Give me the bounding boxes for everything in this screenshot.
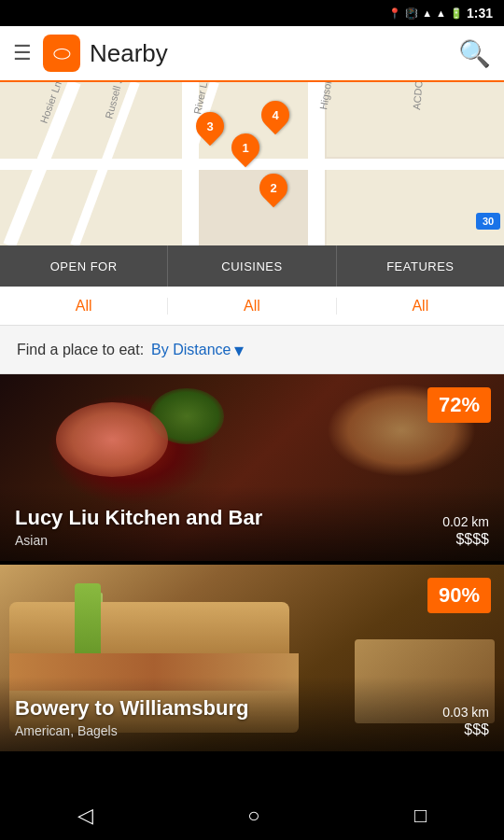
bread-top (9, 602, 289, 653)
match-score: 72% (427, 387, 491, 423)
restaurant-card[interactable]: 72% Lucy Liu Kitchen and Bar Asian 0.02 … (0, 374, 504, 561)
sort-bar: Find a place to eat: By Distance ▾ (0, 326, 504, 374)
restaurant-cuisine: Asian (15, 533, 262, 548)
food-item (56, 402, 168, 477)
restaurant-price: $$$ (442, 721, 489, 738)
location-icon: 📍 (388, 7, 401, 20)
filter-open-for-value[interactable]: All (0, 298, 168, 315)
filter-cuisines[interactable]: CUISINES (168, 245, 336, 287)
recents-button[interactable]: □ (414, 804, 427, 828)
filter-bar: OPEN FOR CUISINES FEATURES (0, 245, 504, 287)
sort-prefix: Find a place to eat: (17, 342, 144, 358)
top-nav: ☰ ⬭ Nearby 🔍 (0, 26, 504, 82)
signal-icon: ▲ (436, 7, 446, 19)
filter-values: All All All (0, 287, 504, 326)
card-info: Bowery to Williamsburg American, Bagels … (15, 696, 489, 738)
back-button[interactable]: ◁ (77, 804, 93, 828)
bottom-nav: ◁ ○ □ (0, 791, 504, 840)
map-area[interactable]: Hosier Ln Russell St River Ln Higson Ln … (0, 82, 504, 245)
sort-selector[interactable]: By Distance (151, 342, 231, 358)
status-time: 1:31 (467, 6, 493, 21)
card-info: Lucy Liu Kitchen and Bar Asian 0.02 km $… (15, 506, 489, 548)
wifi-icon: ▲ (422, 7, 432, 19)
vibrate-icon: 📳 (405, 7, 418, 20)
restaurant-price: $$$$ (442, 531, 489, 548)
search-button[interactable]: 🔍 (458, 38, 491, 69)
restaurant-distance: 0.03 km (442, 705, 489, 720)
restaurant-name: Bowery to Williamsburg (15, 696, 248, 721)
svg-rect-4 (327, 166, 504, 245)
card-text: Lucy Liu Kitchen and Bar Asian (15, 506, 262, 548)
sort-arrow-icon[interactable]: ▾ (234, 339, 244, 361)
card-text: Bowery to Williamsburg American, Bagels (15, 696, 248, 738)
filter-features-value[interactable]: All (337, 298, 504, 315)
menu-button[interactable]: ☰ (13, 41, 32, 65)
filter-cuisines-value[interactable]: All (168, 298, 336, 315)
battery-icon: 🔋 (450, 7, 463, 20)
restaurant-cuisine: American, Bagels (15, 723, 248, 738)
svg-text:30: 30 (483, 216, 494, 227)
map-svg: Hosier Ln Russell St River Ln Higson Ln … (0, 82, 504, 245)
app-logo: ⬭ (43, 35, 80, 72)
status-bar: 📍 📳 ▲ ▲ 🔋 1:31 (0, 0, 504, 26)
page-title: Nearby (90, 39, 458, 68)
restaurant-list: 72% Lucy Liu Kitchen and Bar Asian 0.02 … (0, 374, 504, 755)
logo-icon: ⬭ (53, 41, 71, 65)
filter-open-for[interactable]: OPEN FOR (0, 245, 168, 287)
restaurant-card[interactable]: 90% Bowery to Williamsburg American, Bag… (0, 565, 504, 751)
filter-features[interactable]: FEATURES (337, 245, 504, 287)
status-icons: 📍 📳 ▲ ▲ 🔋 1:31 (388, 6, 493, 21)
home-button[interactable]: ○ (247, 804, 259, 828)
match-score: 90% (427, 578, 491, 613)
card-distance-info: 0.02 km $$$$ (442, 514, 489, 548)
restaurant-distance: 0.02 km (442, 514, 489, 529)
card-distance-info: 0.03 km $$$ (442, 705, 489, 738)
restaurant-name: Lucy Liu Kitchen and Bar (15, 506, 262, 530)
